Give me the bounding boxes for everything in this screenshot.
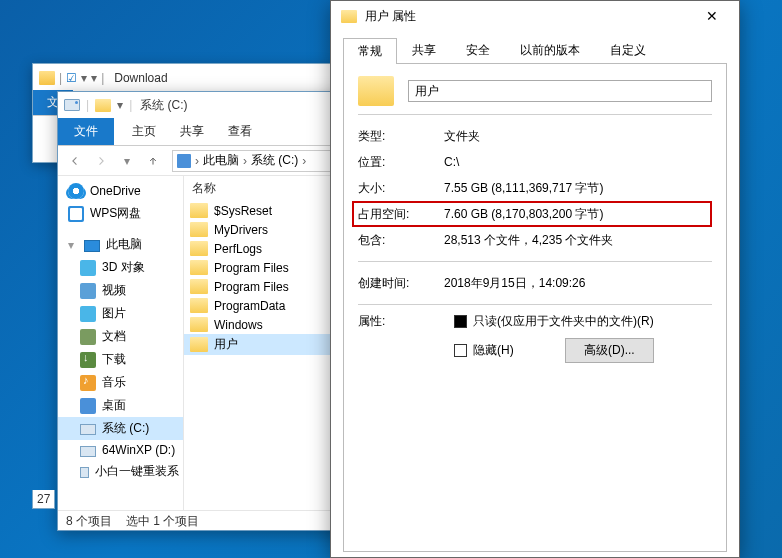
value-size: 7.55 GB (8,111,369,717 字节): [444, 180, 603, 197]
nav-item-d-drive[interactable]: 64WinXP (D:): [58, 440, 183, 460]
file-name: Program Files: [214, 261, 289, 275]
pictures-icon: [80, 306, 96, 322]
drive-icon: [80, 467, 89, 478]
checkbox-indeterminate-icon: [454, 315, 467, 328]
divider: |: [129, 98, 132, 112]
video-icon: [80, 283, 96, 299]
download-titlebar[interactable]: | ☑ ▾ ▾ | Download: [33, 64, 331, 92]
tab-prev-versions[interactable]: 以前的版本: [505, 37, 595, 63]
crumb-drive[interactable]: 系统 (C:): [251, 152, 298, 169]
row-size-on-disk-highlighted: 占用空间:7.60 GB (8,170,803,200 字节): [352, 201, 712, 227]
ribbon-view-tab[interactable]: 查看: [216, 118, 264, 145]
nav-item-wps[interactable]: WPS网盘: [58, 202, 183, 225]
file-name: $SysReset: [214, 204, 272, 218]
nav-label: WPS网盘: [90, 205, 141, 222]
value-location: C:\: [444, 155, 459, 169]
label-type: 类型:: [358, 128, 444, 145]
nav-label: 视频: [102, 282, 126, 299]
file-name: PerfLogs: [214, 242, 262, 256]
tab-general[interactable]: 常规: [343, 38, 397, 64]
nav-item-pc[interactable]: ▾此电脑: [58, 233, 183, 256]
nav-item-3d[interactable]: 3D 对象: [58, 256, 183, 279]
qat-overflow[interactable]: ▾: [91, 71, 97, 85]
crumb-pc[interactable]: 此电脑: [203, 152, 239, 169]
background-status: 27: [32, 490, 55, 509]
nav-item-pictures[interactable]: 图片: [58, 302, 183, 325]
nav-item-desktop[interactable]: 桌面: [58, 394, 183, 417]
label-location: 位置:: [358, 154, 444, 171]
pc-icon: [177, 154, 191, 168]
nav-item-video[interactable]: 视频: [58, 279, 183, 302]
status-selected: 选中 1 个项目: [126, 513, 199, 530]
folder-icon: [358, 76, 394, 106]
dialog-title: 用户 属性: [365, 8, 416, 25]
tab-custom[interactable]: 自定义: [595, 37, 661, 63]
nav-item-e-drive[interactable]: 小白一键重装系: [58, 460, 183, 483]
label-size-on-disk: 占用空间:: [358, 206, 444, 223]
chevron-down-icon[interactable]: ▾: [68, 238, 78, 252]
nav-history-button[interactable]: ▾: [116, 150, 138, 172]
folder-icon: [190, 260, 208, 275]
value-type: 文件夹: [444, 128, 480, 145]
close-button[interactable]: ✕: [695, 4, 729, 28]
check-icon[interactable]: ☑: [66, 71, 77, 85]
filter-icon[interactable]: ▾: [81, 71, 87, 85]
nav-label: 音乐: [102, 374, 126, 391]
nav-label: 此电脑: [106, 236, 142, 253]
nav-label: 桌面: [102, 397, 126, 414]
properties-titlebar[interactable]: 用户 属性 ✕: [331, 1, 739, 31]
chevron-right-icon[interactable]: ›: [302, 154, 306, 168]
chevron-right-icon[interactable]: ›: [243, 154, 247, 168]
drive-icon: [64, 99, 80, 111]
label-size: 大小:: [358, 180, 444, 197]
ribbon-file-tab[interactable]: 文件: [58, 118, 114, 145]
nav-item-onedrive[interactable]: OneDrive: [58, 180, 183, 202]
value-created: 2018年9月15日，14:09:26: [444, 275, 585, 292]
ribbon-home-tab[interactable]: 主页: [120, 118, 168, 145]
chevron-right-icon[interactable]: ›: [195, 154, 199, 168]
checkbox-label: 隐藏(H): [473, 342, 514, 359]
nav-item-downloads[interactable]: 下载: [58, 348, 183, 371]
nav-label: 系统 (C:): [102, 420, 149, 437]
qat-overflow[interactable]: ▾: [117, 98, 123, 112]
checkbox-hidden[interactable]: 隐藏(H): [454, 342, 514, 359]
divider: |: [59, 71, 62, 85]
advanced-button[interactable]: 高级(D)...: [565, 338, 654, 363]
nav-up-button[interactable]: [142, 150, 164, 172]
folder-icon: [190, 222, 208, 237]
checkbox-icon: [454, 344, 467, 357]
nav-label: 下载: [102, 351, 126, 368]
window-title: 系统 (C:): [140, 97, 187, 114]
divider: |: [101, 71, 104, 85]
file-name: Windows: [214, 318, 263, 332]
nav-item-music[interactable]: 音乐: [58, 371, 183, 394]
onedrive-icon: [68, 183, 84, 199]
nav-forward-button[interactable]: [90, 150, 112, 172]
folder-icon: [190, 203, 208, 218]
folder-icon: [341, 10, 357, 23]
nav-pane[interactable]: OneDrive WPS网盘 ▾此电脑 3D 对象 视频 图片 文档 下载 音乐…: [58, 176, 184, 510]
folder-icon: [190, 317, 208, 332]
pc-icon: [84, 240, 100, 252]
properties-general-panel: 类型:文件夹 位置:C:\ 大小:7.55 GB (8,111,369,717 …: [343, 64, 727, 552]
ribbon-share-tab[interactable]: 共享: [168, 118, 216, 145]
tab-share[interactable]: 共享: [397, 37, 451, 63]
nav-item-documents[interactable]: 文档: [58, 325, 183, 348]
nav-item-c-drive[interactable]: 系统 (C:): [58, 417, 183, 440]
label-attributes: 属性:: [358, 313, 444, 330]
properties-dialog: 用户 属性 ✕ 常规 共享 安全 以前的版本 自定义 类型:文件夹 位置:C:\…: [330, 0, 740, 558]
drive-icon: [80, 424, 96, 435]
window-title: Download: [114, 71, 167, 85]
value-size-on-disk: 7.60 GB (8,170,803,200 字节): [444, 206, 603, 223]
folder-name-input[interactable]: [408, 80, 712, 102]
music-icon: [80, 375, 96, 391]
divider: |: [86, 98, 89, 112]
checkbox-label: 只读(仅应用于文件夹中的文件)(R): [473, 313, 654, 330]
nav-back-button[interactable]: [64, 150, 86, 172]
label-contains: 包含:: [358, 232, 444, 249]
status-count: 8 个项目: [66, 513, 112, 530]
3d-icon: [80, 260, 96, 276]
tab-security[interactable]: 安全: [451, 37, 505, 63]
checkbox-readonly[interactable]: 只读(仅应用于文件夹中的文件)(R): [454, 313, 654, 330]
folder-icon: [190, 279, 208, 294]
